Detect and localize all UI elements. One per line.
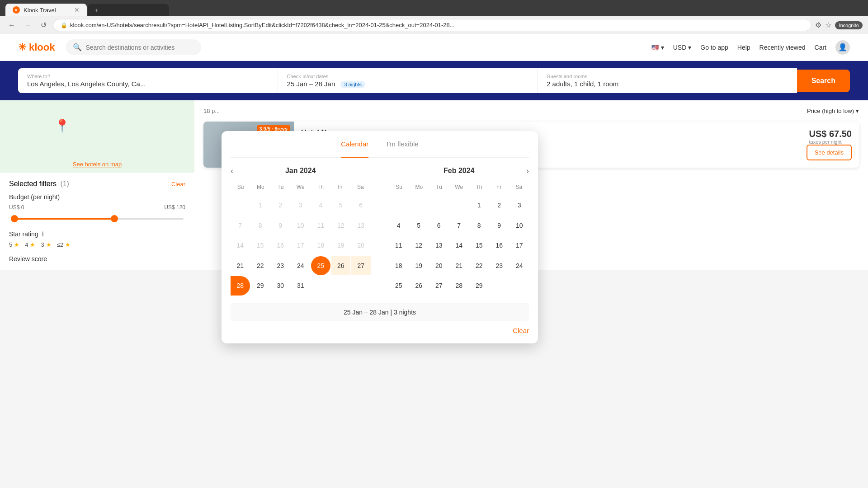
refresh-button[interactable]: ↺ bbox=[38, 19, 49, 31]
feb-day-1[interactable]: 1 bbox=[470, 196, 489, 215]
feb-day-27[interactable]: 27 bbox=[429, 276, 449, 296]
star-3-option[interactable]: 3★ bbox=[41, 241, 51, 248]
date-field[interactable]: Check-in/out dates 25 Jan – 28 Jan 3 nig… bbox=[278, 68, 538, 93]
jan-day-29[interactable]: 29 bbox=[251, 276, 270, 296]
budget-label: Budget (per night) bbox=[9, 193, 185, 201]
feb-day-10[interactable]: 10 bbox=[510, 216, 529, 235]
prev-month-button[interactable]: ‹ bbox=[231, 166, 233, 176]
calendar-tab[interactable]: Calendar bbox=[341, 140, 368, 158]
feb-day-23[interactable]: 23 bbox=[490, 256, 509, 276]
forward-button[interactable]: → bbox=[22, 19, 34, 31]
flag-selector[interactable]: 🇺🇸 ▾ bbox=[651, 44, 664, 51]
feb-day-11[interactable]: 11 bbox=[389, 236, 409, 255]
jan-day-27[interactable]: 27 bbox=[351, 256, 371, 276]
feb-day-5[interactable]: 5 bbox=[409, 216, 429, 235]
see-on-map-link[interactable]: See hotels on map bbox=[73, 161, 122, 168]
feb-day-24[interactable]: 24 bbox=[510, 256, 529, 276]
feb-day-9[interactable]: 9 bbox=[490, 216, 509, 235]
jan-day-31[interactable]: 31 bbox=[291, 276, 311, 296]
global-search-bar[interactable]: 🔍 bbox=[66, 39, 201, 55]
feb-day-28[interactable]: 28 bbox=[449, 276, 469, 296]
day-header-su: Su bbox=[231, 182, 250, 192]
jan-day-30[interactable]: 30 bbox=[271, 276, 290, 296]
feb-day-3[interactable]: 3 bbox=[510, 196, 529, 215]
feb-day-14[interactable]: 14 bbox=[449, 236, 469, 255]
bookmark-icon: ☆ bbox=[825, 21, 831, 29]
jan-day-4: 4 bbox=[311, 196, 330, 215]
active-tab[interactable]: K Klook Travel ✕ bbox=[5, 4, 87, 16]
slider-right-thumb[interactable] bbox=[111, 215, 118, 222]
body-layout: 📍 See hotels on map Selected filters (1)… bbox=[0, 100, 868, 270]
jan-title: Jan 2024 bbox=[285, 167, 316, 175]
feb-day-7[interactable]: 7 bbox=[449, 216, 469, 235]
star-2-option[interactable]: ≤2★ bbox=[57, 241, 71, 248]
jan-day-26[interactable]: 26 bbox=[331, 256, 351, 276]
destination-label: Where to? bbox=[27, 74, 269, 79]
hero-search-bar: Where to? Los Angeles, Los Angeles Count… bbox=[0, 61, 868, 100]
feb-day-18[interactable]: 18 bbox=[389, 256, 409, 276]
feb-day-16[interactable]: 16 bbox=[490, 236, 509, 255]
feb-day-12[interactable]: 12 bbox=[409, 236, 429, 255]
feb-day-29[interactable]: 29 bbox=[470, 276, 489, 296]
guests-value: 2 adults, 1 child, 1 room bbox=[547, 80, 788, 88]
jan-day-22[interactable]: 22 bbox=[251, 256, 270, 276]
new-tab-button[interactable]: + bbox=[88, 4, 169, 16]
cart-link[interactable]: Cart bbox=[815, 44, 826, 51]
jan-day-28[interactable]: 28 bbox=[231, 276, 250, 296]
jan-day-19: 19 bbox=[331, 236, 351, 255]
day-header-we: We bbox=[291, 182, 311, 192]
jan-day-empty-0 bbox=[231, 196, 250, 215]
feb-day-8[interactable]: 8 bbox=[470, 216, 489, 235]
jan-day-25[interactable]: 25 bbox=[311, 256, 330, 276]
feb-day-15[interactable]: 15 bbox=[470, 236, 489, 255]
feb-day-26[interactable]: 26 bbox=[409, 276, 429, 296]
feb-day-21[interactable]: 21 bbox=[449, 256, 469, 276]
currency-text: USD bbox=[673, 44, 687, 51]
feb-day-19[interactable]: 19 bbox=[409, 256, 429, 276]
currency-selector[interactable]: USD ▾ bbox=[673, 44, 692, 51]
sort-dropdown[interactable]: Price (high to low) ▾ bbox=[807, 108, 859, 114]
feb-day-13[interactable]: 13 bbox=[429, 236, 449, 255]
feb-day-empty-0 bbox=[389, 196, 409, 215]
feb-day-22[interactable]: 22 bbox=[470, 256, 489, 276]
jan-day-13: 13 bbox=[351, 216, 371, 235]
review-section: Review score bbox=[9, 255, 185, 263]
tab-close-button[interactable]: ✕ bbox=[74, 6, 80, 14]
jan-day-24[interactable]: 24 bbox=[291, 256, 311, 276]
jan-day-20: 20 bbox=[351, 236, 371, 255]
guests-field[interactable]: Guests and rooms 2 adults, 1 child, 1 ro… bbox=[538, 68, 797, 93]
address-bar[interactable]: 🔒 klook.com/en-US/hotels/searchresult/?s… bbox=[53, 19, 811, 31]
filters-clear-link[interactable]: Clear bbox=[171, 181, 185, 188]
feb-day-20[interactable]: 20 bbox=[429, 256, 449, 276]
calendar-clear-button[interactable]: Clear bbox=[513, 327, 529, 334]
global-search-input[interactable] bbox=[85, 44, 194, 51]
goto-app-link[interactable]: Go to app bbox=[700, 44, 728, 51]
next-month-button[interactable]: › bbox=[526, 166, 529, 176]
slider-left-thumb[interactable] bbox=[11, 215, 18, 222]
star-4-option[interactable]: 4★ bbox=[25, 241, 35, 248]
recently-viewed-link[interactable]: Recently viewed bbox=[760, 44, 806, 51]
star-5-option[interactable]: 5★ bbox=[9, 241, 19, 248]
feb-day-17[interactable]: 17 bbox=[510, 236, 529, 255]
currency-chevron: ▾ bbox=[688, 44, 691, 51]
budget-slider[interactable] bbox=[11, 214, 184, 223]
jan-day-21[interactable]: 21 bbox=[231, 256, 250, 276]
lock-icon: 🔒 bbox=[61, 22, 67, 28]
jan-day-14: 14 bbox=[231, 236, 250, 255]
jan-day-23[interactable]: 23 bbox=[271, 256, 290, 276]
destination-field[interactable]: Where to? Los Angeles, Los Angeles Count… bbox=[18, 68, 278, 93]
help-link[interactable]: Help bbox=[737, 44, 750, 51]
see-details-button[interactable]: See details bbox=[807, 145, 852, 160]
budget-section: Budget (per night) US$ 0 US$ 120 bbox=[9, 193, 185, 223]
date-value: 25 Jan – 28 Jan 3 nights bbox=[287, 80, 528, 88]
search-button[interactable]: Search bbox=[797, 70, 850, 92]
feb-day-6[interactable]: 6 bbox=[429, 216, 449, 235]
user-avatar[interactable]: 👤 bbox=[835, 40, 850, 55]
logo-icon: ✳ bbox=[18, 42, 26, 53]
logo[interactable]: ✳ klook bbox=[18, 42, 55, 53]
feb-day-4[interactable]: 4 bbox=[389, 216, 409, 235]
back-button[interactable]: ← bbox=[5, 19, 18, 31]
feb-day-2[interactable]: 2 bbox=[490, 196, 509, 215]
feb-day-25[interactable]: 25 bbox=[389, 276, 409, 296]
flexible-tab[interactable]: I'm flexible bbox=[387, 140, 418, 151]
